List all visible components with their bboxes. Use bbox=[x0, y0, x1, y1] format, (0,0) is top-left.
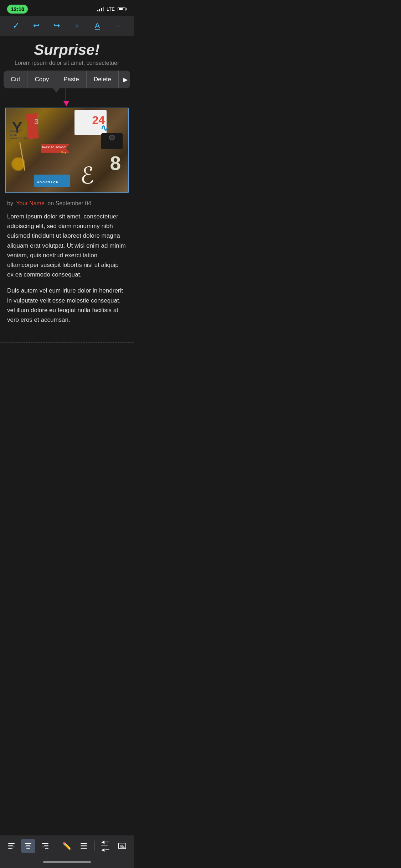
img-shirt-swirl: ∿ bbox=[101, 123, 108, 134]
check-icon: ✓ bbox=[12, 21, 20, 31]
lte-label: LTE bbox=[107, 6, 115, 12]
byline: by Your Name on September 04 bbox=[7, 200, 127, 207]
paste-button[interactable]: Paste bbox=[56, 71, 86, 88]
cut-button[interactable]: Cut bbox=[4, 71, 27, 88]
copy-button[interactable]: Copy bbox=[27, 71, 56, 88]
signal-bar-4 bbox=[103, 7, 104, 11]
add-icon: + bbox=[74, 20, 79, 31]
arrow-head bbox=[63, 101, 69, 106]
img-numbers: 8 bbox=[110, 152, 121, 175]
top-toolbar: ✓ ↩ ↪ + A ··· bbox=[0, 16, 134, 36]
check-button[interactable]: ✓ bbox=[9, 19, 23, 33]
article-title: Surprise! bbox=[0, 36, 134, 60]
img-pennant-text: BACK TO SCHOOL bbox=[42, 146, 67, 149]
author-name: Your Name bbox=[16, 200, 44, 206]
context-menu: Cut Copy Paste Delete ▶ bbox=[4, 71, 130, 88]
battery-indicator bbox=[118, 7, 127, 11]
img-camera bbox=[101, 133, 123, 149]
byline-suffix: on September 04 bbox=[47, 200, 91, 206]
more-options-button[interactable]: ▶ bbox=[119, 71, 130, 88]
redo-button[interactable]: ↪ bbox=[50, 19, 64, 33]
body-paragraph-2: Duis autem vel eum iriure dolor in hendr… bbox=[7, 286, 127, 325]
article-subtitle: Lorem ipsum dolor sit amet, consectetuer bbox=[0, 60, 134, 71]
arrow-annotation bbox=[0, 88, 134, 106]
img-number-3: 3 bbox=[34, 117, 38, 126]
undo-button[interactable]: ↩ bbox=[29, 19, 43, 33]
content-area: Surprise! Lorem ipsum dolor sit amet, co… bbox=[0, 36, 134, 375]
arrow-line bbox=[66, 88, 66, 103]
add-button[interactable]: + bbox=[70, 19, 84, 33]
blog-image[interactable]: Y 24 ∿ BACK TO SCHOOL 🗝 8 ℰ NOTEBOOK 3 W… bbox=[5, 108, 129, 193]
context-menu-wrapper: Cut Copy Paste Delete ▶ bbox=[0, 71, 134, 88]
status-bar: 12:10 LTE bbox=[0, 0, 134, 16]
delete-button[interactable]: Delete bbox=[87, 71, 119, 88]
image-placeholder: Y 24 ∿ BACK TO SCHOOL 🗝 8 ℰ NOTEBOOK 3 W… bbox=[6, 108, 128, 192]
status-time: 12:10 bbox=[7, 5, 28, 14]
img-what-you-love: WHAT YOULOVEWHAT YOU DO bbox=[10, 130, 28, 140]
body-paragraph-1: Lorem ipsum dolor sit amet, consectetuer… bbox=[7, 212, 127, 279]
more-icon: ··· bbox=[114, 22, 121, 30]
more-button[interactable]: ··· bbox=[110, 19, 125, 33]
battery-fill bbox=[119, 8, 123, 10]
context-menu-caret bbox=[53, 88, 60, 93]
font-button[interactable]: A bbox=[90, 19, 104, 33]
blog-content: by Your Name on September 04 Lorem ipsum… bbox=[0, 195, 134, 337]
signal-bar-2 bbox=[99, 9, 100, 11]
signal-bar-1 bbox=[97, 10, 98, 11]
battery-body bbox=[118, 7, 125, 11]
byline-prefix: by bbox=[7, 200, 13, 206]
img-swirl-white: ℰ bbox=[80, 164, 94, 187]
battery-tip bbox=[126, 8, 127, 10]
signal-bars bbox=[97, 7, 104, 11]
signal-bar-3 bbox=[101, 8, 102, 11]
redo-icon: ↪ bbox=[53, 21, 60, 30]
status-right: LTE bbox=[97, 6, 127, 12]
font-icon: A bbox=[95, 21, 100, 30]
undo-icon: ↩ bbox=[33, 21, 40, 30]
img-key: 🗝 bbox=[61, 149, 67, 156]
bottom-spacer bbox=[0, 343, 134, 375]
img-blue-book-text: NOTEBOOK bbox=[36, 181, 58, 184]
